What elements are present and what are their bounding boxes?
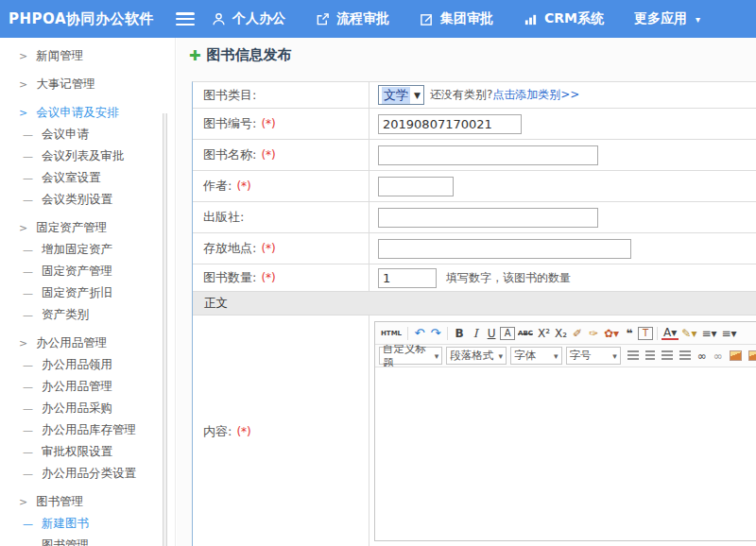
color-palette-icon[interactable]: ✿▾ — [602, 325, 621, 342]
sidebar-item-meeting-room[interactable]: —会议室设置 — [0, 166, 175, 188]
font-family-dropdown[interactable]: 字体▾ — [510, 347, 562, 365]
quantity-input[interactable] — [378, 268, 437, 288]
autotypeset-button[interactable]: A — [500, 327, 515, 340]
sidebar-item-asset-mgmt[interactable]: >固定资产管理 — [0, 216, 175, 238]
sidebar-scrollbar[interactable] — [163, 113, 167, 546]
sidebar-item-book-mgmt[interactable]: >图书管理 — [0, 490, 175, 512]
rich-text-editor: HTML ↶ ↷ B I U A ABC X² X₂ ✐ ✑ — [374, 321, 756, 541]
add-category-link[interactable]: 点击添加类别>> — [492, 87, 579, 103]
custom-title-dropdown[interactable]: 自定义标题▾ — [379, 347, 442, 365]
ordered-list-button[interactable]: ≡▾ — [699, 325, 718, 342]
sidebar-item-supplies-claim[interactable]: —办公用品领用 — [0, 353, 175, 375]
bold-button[interactable]: B — [452, 325, 467, 342]
sidebar-item-approval-permission[interactable]: —审批权限设置 — [0, 440, 175, 462]
app-logo: PHPOA协同办公软件 — [0, 10, 176, 28]
plus-icon: ✚ — [189, 47, 201, 64]
group-approval-icon — [420, 12, 434, 26]
publisher-input[interactable] — [378, 208, 598, 228]
top-nav: 个人办公 流程审批 集团审批 CRM系统 更多应用 ▾ — [212, 10, 700, 27]
sidebar-item-meeting-list[interactable]: —会议列表及审批 — [0, 145, 175, 166]
dash-icon: — — [23, 265, 33, 278]
sidebar-item-supplies-category[interactable]: —办公用品分类设置 — [0, 462, 175, 484]
unlink-icon[interactable]: ∞ — [711, 348, 726, 365]
sidebar-item-asset-manage[interactable]: —固定资产管理 — [0, 260, 175, 282]
caret-down-icon: ▾ — [696, 14, 700, 25]
superscript-button[interactable]: X² — [536, 325, 552, 342]
remove-format-icon[interactable]: ✐ — [570, 325, 585, 342]
field-label: 存放地点: — [203, 240, 256, 257]
dash-icon: — — [23, 424, 33, 436]
sidebar-item-add-asset[interactable]: —增加固定资产 — [0, 238, 175, 260]
dash-icon: — — [23, 359, 33, 371]
main-content: ✚ 图书信息发布 图书类目: 文学 ▼ 还没有类别? 点击添加类别>> 图书编号… — [177, 38, 756, 546]
sidebar-item-meeting-apply[interactable]: >会议申请及安排 — [0, 101, 175, 123]
nav-more-apps[interactable]: 更多应用 ▾ — [634, 10, 700, 27]
location-input[interactable] — [378, 239, 631, 259]
paste-word-icon[interactable]: T — [638, 327, 653, 340]
form-row-quantity: 图书数量:(*) 填写数字，该图书的数量 — [193, 264, 756, 292]
author-input[interactable] — [378, 177, 454, 196]
editor-toolbar-row2: 自定义标题▾ 段落格式▾ 字体▾ 字号▾ ∞ ∞ — [375, 345, 756, 367]
field-label: 图书数量: — [203, 269, 256, 286]
undo-icon[interactable]: ↶ — [412, 325, 427, 342]
dash-icon: — — [23, 468, 33, 480]
dash-icon: — — [23, 518, 33, 530]
link-icon[interactable]: ∞ — [695, 348, 710, 365]
font-color-button[interactable]: A▾ — [662, 326, 679, 340]
insert-image-icon[interactable] — [730, 350, 743, 361]
sidebar-item-supplies-purchase[interactable]: —办公用品采购 — [0, 397, 175, 418]
blockquote-button[interactable]: ❝ — [622, 325, 637, 342]
sidebar-item-meeting-category[interactable]: —会议类别设置 — [0, 188, 175, 210]
nav-personal-office[interactable]: 个人办公 — [212, 10, 285, 27]
align-center-icon[interactable] — [645, 350, 656, 361]
paragraph-format-dropdown[interactable]: 段落格式▾ — [446, 347, 507, 365]
required-marker: (*) — [236, 179, 250, 193]
insert-image-upload-icon[interactable] — [748, 350, 756, 361]
subscript-button[interactable]: X₂ — [553, 325, 569, 342]
format-brush-icon[interactable]: ✑ — [586, 325, 601, 342]
crm-chart-icon — [524, 12, 538, 26]
book-number-input[interactable] — [378, 114, 522, 134]
nav-crm-system[interactable]: CRM系统 — [524, 10, 604, 27]
field-label: 作者: — [203, 178, 232, 195]
highlighter-icon[interactable]: ✎▾ — [679, 325, 698, 342]
redo-icon[interactable]: ↷ — [428, 325, 443, 342]
nav-group-approval[interactable]: 集团审批 — [420, 10, 493, 27]
sidebar-item-supplies-manage[interactable]: —办公用品管理 — [0, 375, 175, 397]
category-select[interactable]: 文学 ▼ — [378, 85, 424, 105]
book-name-input[interactable] — [378, 145, 598, 165]
book-publish-form: 图书类目: 文学 ▼ 还没有类别? 点击添加类别>> 图书编号:(*) 图书名称… — [192, 81, 756, 546]
required-marker: (*) — [236, 425, 250, 438]
hamburger-menu-icon[interactable] — [176, 12, 195, 26]
editor-content-area[interactable] — [375, 367, 756, 540]
user-icon — [212, 12, 226, 26]
dash-icon: — — [23, 287, 33, 299]
align-justify-icon[interactable] — [679, 350, 691, 361]
strikethrough-button[interactable]: ABC — [516, 325, 535, 342]
sidebar-item-book-manage[interactable]: —图书管理 — [0, 534, 175, 546]
form-row-book-number: 图书编号:(*) — [193, 109, 756, 140]
page-title: ✚ 图书信息发布 — [189, 46, 292, 64]
caret-down-icon: ▾ — [554, 351, 558, 361]
sidebar-item-news-mgmt[interactable]: >新闻管理 — [0, 44, 175, 66]
nav-workflow-approval[interactable]: 流程审批 — [316, 10, 389, 27]
sidebar-item-events-mgmt[interactable]: >大事记管理 — [0, 73, 175, 94]
align-left-icon[interactable] — [627, 350, 639, 361]
chevron-right-icon: > — [19, 222, 27, 234]
align-right-icon[interactable] — [662, 350, 673, 361]
workflow-icon — [316, 12, 330, 26]
html-source-button[interactable]: HTML — [379, 325, 404, 342]
underline-button[interactable]: U — [484, 325, 499, 342]
sidebar-item-asset-category[interactable]: —资产类别 — [0, 303, 175, 325]
toolbar-separator — [447, 327, 448, 340]
sidebar-item-meeting-request[interactable]: —会议申请 — [0, 123, 175, 145]
required-marker: (*) — [261, 117, 275, 130]
unordered-list-button[interactable]: ≡▾ — [719, 325, 738, 342]
italic-button[interactable]: I — [468, 325, 483, 342]
sidebar-item-supplies-mgmt[interactable]: >办公用品管理 — [0, 332, 175, 353]
sidebar-item-asset-depreciation[interactable]: —固定资产折旧 — [0, 282, 175, 303]
font-size-dropdown[interactable]: 字号▾ — [566, 347, 621, 365]
sidebar-item-supplies-inventory[interactable]: —办公用品库存管理 — [0, 418, 175, 440]
dash-icon: — — [23, 172, 33, 184]
sidebar-item-new-book[interactable]: —新建图书 — [0, 512, 175, 534]
